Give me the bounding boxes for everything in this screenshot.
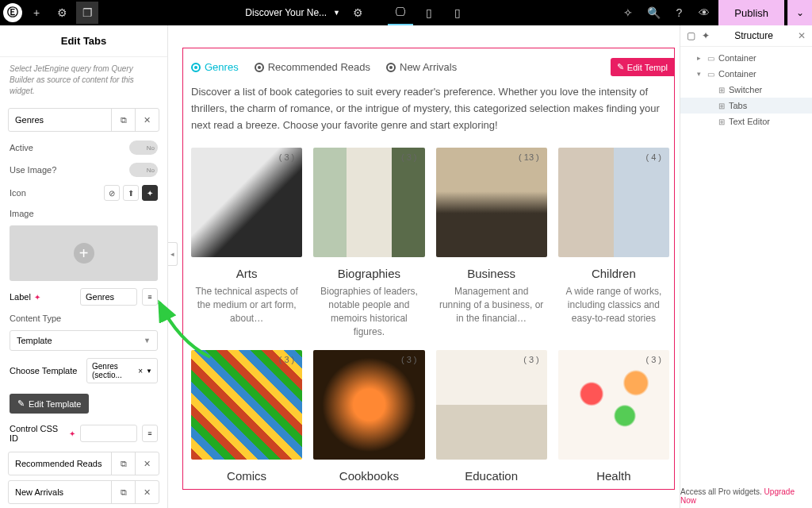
card[interactable]: ( 3 ) Biographies Biographies of leaders… — [313, 148, 424, 338]
page-settings-icon[interactable]: ⚙ — [347, 2, 369, 24]
close-icon[interactable]: ✕ — [135, 481, 159, 503]
record-icon — [386, 63, 396, 72]
control-css-id-input[interactable] — [80, 425, 137, 442]
close-icon[interactable]: ✕ — [135, 452, 159, 475]
use-image-toggle[interactable]: No — [129, 163, 158, 177]
chevron-down-icon[interactable]: ▼ — [333, 9, 340, 17]
card-image: ( 4 ) — [558, 148, 669, 257]
duplicate-icon[interactable]: ⧉ — [111, 481, 135, 503]
card-title: Arts — [191, 267, 302, 280]
icon-field: Icon ⊘ ⬆ ✦ — [0, 181, 167, 205]
tab-genres[interactable]: Genres — [191, 61, 239, 73]
tree-node[interactable]: ⊞Switcher — [680, 82, 812, 98]
duplicate-icon[interactable]: ⧉ — [111, 109, 135, 131]
settings-icon[interactable]: ⚙ — [51, 2, 73, 24]
tab-item-genres[interactable]: Genres ⧉ ✕ — [8, 108, 159, 132]
card-count: ( 3 ) — [279, 355, 295, 364]
sidebar-collapse-handle[interactable]: ◂ — [168, 242, 178, 266]
card[interactable]: ( 3 ) Arts The technical aspects of the … — [191, 148, 302, 338]
card-desc: Biographies of leaders, notable people a… — [313, 285, 424, 338]
edit-template-float-button[interactable]: ✎ Edit Templ — [611, 58, 674, 76]
card-count: ( 3 ) — [401, 152, 417, 162]
navigator-icon[interactable]: ▢ — [687, 30, 695, 41]
image-field-label: Image — [0, 205, 167, 222]
finder-icon[interactable]: ✧ — [617, 2, 639, 24]
publish-button[interactable]: Publish — [718, 0, 784, 25]
cards-grid: ( 3 ) Arts The technical aspects of the … — [188, 148, 669, 482]
active-field: Active No — [0, 137, 167, 159]
tree-node[interactable]: ▸▭Container — [680, 50, 812, 66]
active-toggle[interactable]: No — [129, 140, 158, 155]
card-image: ( 3 ) — [191, 350, 302, 460]
dynamic-tag-icon[interactable]: ✦ — [34, 293, 40, 302]
edit-template-button[interactable]: ✎ Edit Template — [10, 394, 89, 414]
pencil-icon: ✎ — [617, 62, 624, 72]
icon-none-icon[interactable]: ⊘ — [104, 185, 120, 201]
plus-icon: + — [74, 243, 94, 264]
close-icon[interactable]: ✕ — [135, 109, 159, 131]
caret-icon: ▾ — [697, 70, 703, 78]
icon-upload-icon[interactable]: ⬆ — [123, 185, 139, 201]
card[interactable]: ( 3 ) Comics — [191, 350, 302, 483]
card-title: Biographies — [313, 267, 424, 280]
preview-icon[interactable]: 👁 — [693, 2, 715, 24]
settings-icon[interactable]: ✦ — [702, 30, 710, 41]
add-element-icon[interactable]: + — [25, 2, 48, 24]
sidebar: Edit Tabs Select JetEngine query from Qu… — [0, 25, 168, 508]
publish-options-icon[interactable]: ⌄ — [787, 0, 812, 25]
chevron-down-icon: ▼ — [144, 337, 151, 344]
card[interactable]: ( 3 ) Cookbooks — [313, 350, 424, 483]
content-type-label: Content Type — [0, 310, 167, 327]
card[interactable]: ( 3 ) Education — [436, 350, 547, 483]
tree-node[interactable]: ⊞Text Editor — [680, 114, 812, 129]
label-input[interactable] — [80, 288, 137, 306]
card[interactable]: ( 13 ) Business Management and running o… — [436, 148, 547, 338]
card-count: ( 4 ) — [645, 152, 661, 162]
elementor-logo-icon[interactable]: Ⓔ — [3, 3, 22, 22]
tab-item-new-arrivals[interactable]: New Arrivals ⧉ ✕ — [8, 480, 159, 504]
tree-node[interactable]: ⊞Tabs — [680, 98, 812, 114]
dynamic-tag-icon[interactable]: ✦ — [69, 429, 75, 438]
help-icon[interactable]: ? — [668, 2, 690, 24]
tab-new-arrivals[interactable]: New Arrivals — [386, 61, 457, 73]
page-title[interactable]: Discover Your Ne... — [245, 7, 327, 18]
card[interactable]: ( 4 ) Children A wide range of works, in… — [558, 148, 669, 338]
card-title: Business — [436, 267, 547, 280]
tab-recommended[interactable]: Recommended Reads — [255, 61, 370, 73]
search-icon[interactable]: 🔍 — [642, 2, 665, 24]
sidebar-hint: Select JetEngine query from Query Builde… — [0, 57, 167, 103]
choose-template-select[interactable]: Genres (sectio... × ▼ — [86, 358, 158, 383]
duplicate-icon[interactable]: ⧉ — [111, 452, 135, 475]
card-desc: A wide range of works, including classic… — [558, 285, 669, 325]
close-icon[interactable]: ✕ — [798, 30, 806, 41]
tab-item-recommended[interactable]: Recommended Reads ⧉ ✕ — [8, 452, 159, 475]
card-title: Comics — [191, 469, 302, 483]
card-image: ( 3 ) — [313, 148, 424, 257]
structure-tree: ▸▭Container▾▭Container⊞Switcher⊞Tabs⊞Tex… — [680, 47, 812, 133]
card-title: Cookbooks — [313, 469, 424, 483]
card-image: ( 3 ) — [191, 148, 302, 257]
icon-library-icon[interactable]: ✦ — [142, 185, 158, 201]
tree-node[interactable]: ▾▭Container — [680, 66, 812, 82]
card-count: ( 13 ) — [519, 152, 539, 162]
card-title: Children — [558, 267, 669, 280]
topbar: Ⓔ + ⚙ ❐ Discover Your Ne... ▼ ⚙ 🖵 ▯ ▯ ✧ … — [0, 0, 812, 25]
image-upload[interactable]: + — [10, 225, 158, 281]
card-image: ( 13 ) — [436, 148, 547, 257]
structure-panel: ▢ ✦ Structure ✕ ▸▭Container▾▭Container⊞S… — [680, 25, 812, 508]
clear-icon[interactable]: × — [138, 367, 143, 375]
tabs-nav: Genres Recommended Reads New Arrivals — [188, 61, 669, 73]
desktop-device-icon[interactable]: 🖵 — [388, 0, 413, 25]
widget-icon: ⊞ — [718, 117, 725, 126]
structure-toggle-icon[interactable]: ❐ — [76, 2, 98, 24]
pencil-icon: ✎ — [17, 398, 25, 409]
dynamic-icon[interactable]: ≡ — [142, 425, 158, 442]
mobile-device-icon[interactable]: ▯ — [445, 0, 470, 25]
card-image: ( 3 ) — [436, 350, 547, 460]
label-field: Label ✦ ≡ — [0, 284, 167, 310]
dynamic-icon[interactable]: ≡ — [142, 288, 158, 306]
card[interactable]: ( 3 ) Health — [558, 350, 669, 483]
content-type-select[interactable]: Template ▼ — [10, 330, 158, 351]
tablet-device-icon[interactable]: ▯ — [416, 0, 442, 25]
caret-icon: ▸ — [697, 54, 703, 62]
